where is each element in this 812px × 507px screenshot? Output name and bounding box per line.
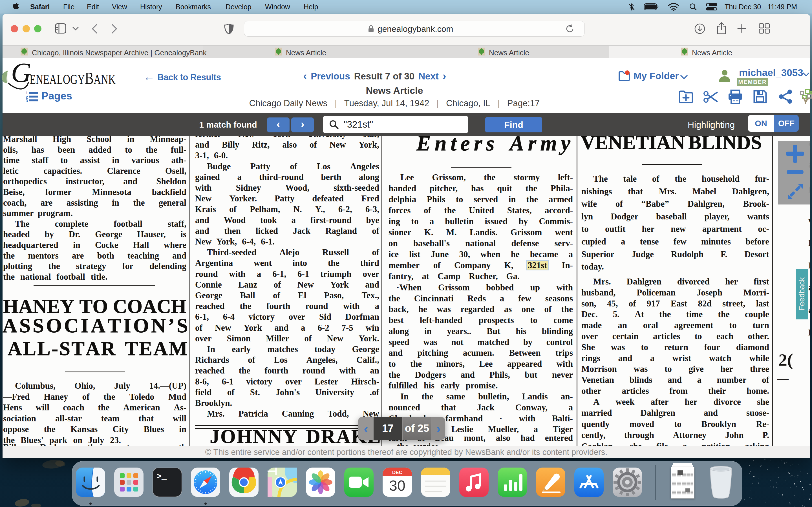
svg-text:30: 30 <box>389 477 405 494</box>
svg-text:DEC: DEC <box>392 470 402 475</box>
svg-text:>_: >_ <box>156 472 167 482</box>
svg-text:3: 3 <box>26 99 28 103</box>
